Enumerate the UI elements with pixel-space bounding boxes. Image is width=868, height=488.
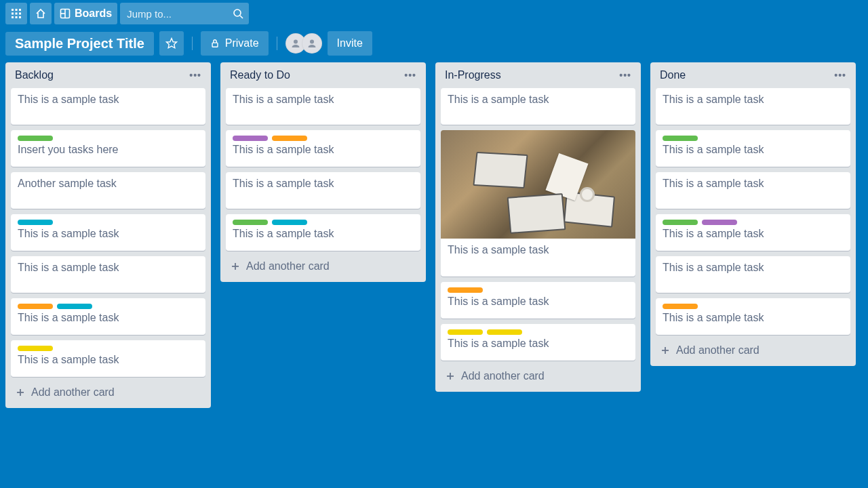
svg-marker-14 (166, 39, 176, 48)
card[interactable]: This is a sample task (226, 172, 420, 209)
card-text: This is a sample task (663, 144, 844, 156)
svg-rect-6 (12, 16, 14, 18)
label-green[interactable] (18, 136, 53, 141)
card-text: This is a sample task (663, 262, 844, 274)
card[interactable]: This is a sample task (11, 298, 205, 335)
card[interactable]: This is a sample task (656, 214, 850, 251)
home-button[interactable] (30, 3, 52, 24)
label-orange[interactable] (448, 287, 483, 293)
card-text: This is a sample task (448, 296, 629, 308)
card-text: This is a sample task (18, 262, 199, 274)
card[interactable]: This is a sample task (11, 340, 205, 377)
add-card-label: Add another card (31, 386, 115, 399)
card-text: This is a sample task (233, 228, 414, 240)
card[interactable]: This is a sample task (11, 256, 205, 293)
list-title[interactable]: In-Progress (445, 69, 501, 81)
label-purple[interactable] (702, 220, 737, 225)
apps-button[interactable] (5, 3, 27, 24)
svg-rect-1 (16, 9, 18, 11)
board-title[interactable]: Sample Project Title (5, 32, 154, 56)
label-blue[interactable] (57, 304, 92, 309)
card-text: This is a sample task (18, 354, 199, 366)
card[interactable]: This is a sample task (441, 88, 635, 125)
add-card-label: Add another card (676, 344, 760, 357)
plus-icon (230, 261, 241, 272)
privacy-button[interactable]: Private (201, 31, 269, 56)
add-card-button[interactable]: Add another card (441, 366, 635, 386)
list-menu-button[interactable]: ••• (619, 70, 631, 81)
privacy-label: Private (225, 37, 259, 49)
label-blue[interactable] (18, 220, 53, 225)
svg-rect-15 (212, 43, 218, 47)
add-card-button[interactable]: Add another card (656, 340, 850, 361)
list-menu-button[interactable]: ••• (404, 70, 416, 81)
card[interactable]: This is a sample task (656, 256, 850, 293)
card[interactable]: This is a sample task (656, 172, 850, 209)
add-card-label: Add another card (461, 370, 545, 382)
card-text: This is a sample task (663, 312, 844, 324)
avatar[interactable] (302, 33, 322, 54)
list-title[interactable]: Done (660, 69, 686, 81)
card-text: This is a sample task (233, 178, 414, 190)
list-title[interactable]: Backlog (15, 69, 54, 81)
card-text: This is a sample task (18, 94, 199, 106)
list-header: Ready to Do••• (226, 68, 420, 83)
card-text: This is a sample task (663, 178, 844, 190)
plus-icon (660, 345, 671, 356)
separator (277, 37, 277, 50)
add-card-button[interactable]: Add another card (226, 256, 420, 277)
card[interactable]: This is a sample task (656, 130, 850, 167)
board-header: Sample Project Title Private Invite (0, 27, 868, 60)
card[interactable]: This is a sample task (11, 214, 205, 251)
add-card-label: Add another card (246, 260, 330, 272)
card[interactable]: Another sample task (11, 172, 205, 209)
list-menu-button[interactable]: ••• (189, 70, 201, 81)
card-cover-image (441, 130, 635, 239)
label-blue[interactable] (272, 220, 307, 225)
card[interactable]: This is a sample task (656, 298, 850, 335)
card-labels (233, 220, 414, 225)
add-card-button[interactable]: Add another card (11, 382, 205, 403)
card-text: This is a sample task (233, 94, 414, 106)
card-text: This is a sample task (448, 338, 629, 350)
card-labels (448, 287, 629, 293)
invite-button[interactable]: Invite (328, 31, 372, 56)
svg-point-16 (294, 40, 298, 44)
star-button[interactable] (159, 31, 184, 56)
svg-rect-7 (16, 16, 18, 18)
label-green[interactable] (663, 220, 698, 225)
card[interactable]: This is a sample task (441, 130, 635, 277)
card[interactable]: This is a sample task (11, 88, 205, 125)
svg-rect-4 (16, 13, 18, 15)
card[interactable]: This is a sample task (226, 130, 420, 167)
list-title[interactable]: Ready to Do (230, 69, 290, 81)
card[interactable]: Insert you tasks here (11, 130, 205, 167)
label-orange[interactable] (18, 304, 53, 309)
search-input[interactable] (120, 3, 249, 24)
user-icon (290, 38, 301, 49)
card[interactable]: This is a sample task (441, 324, 635, 361)
label-yellow[interactable] (18, 346, 53, 351)
boards-button[interactable]: Boards (54, 3, 117, 24)
svg-rect-3 (12, 13, 14, 15)
card-text: This is a sample task (448, 244, 629, 256)
card[interactable]: This is a sample task (226, 214, 420, 251)
label-yellow[interactable] (487, 329, 522, 335)
label-yellow[interactable] (448, 329, 483, 335)
list: Ready to Do•••This is a sample taskThis … (220, 62, 426, 282)
card[interactable]: This is a sample task (226, 88, 420, 125)
card-text: This is a sample task (18, 228, 199, 240)
home-icon (35, 8, 46, 19)
card-labels (18, 136, 199, 141)
list-menu-button[interactable]: ••• (834, 70, 846, 81)
card[interactable]: This is a sample task (656, 88, 850, 125)
card[interactable]: This is a sample task (441, 282, 635, 319)
label-green[interactable] (233, 220, 268, 225)
board-canvas: Backlog•••This is a sample taskInsert yo… (0, 60, 868, 411)
label-orange[interactable] (663, 304, 698, 309)
label-purple[interactable] (233, 136, 268, 141)
topbar: Boards (0, 0, 868, 27)
label-green[interactable] (663, 136, 698, 141)
label-orange[interactable] (272, 136, 307, 141)
plus-icon (15, 387, 26, 398)
